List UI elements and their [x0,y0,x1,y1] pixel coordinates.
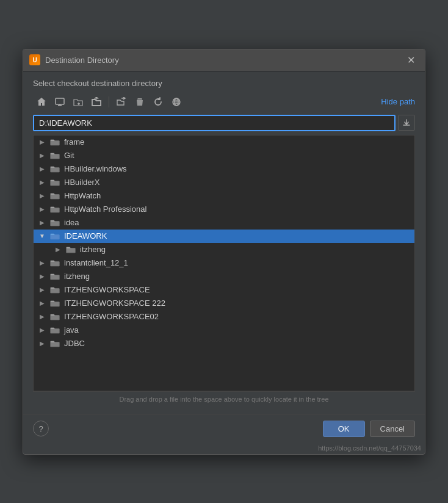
tree-item[interactable]: ▼ IDEAWORK [34,230,414,243]
folder-icon [66,245,77,254]
help-button[interactable]: ? [33,421,49,436]
close-button[interactable]: ✕ [403,53,419,67]
tree-item[interactable]: ▶ HttpWatch [34,189,414,203]
tree-item[interactable]: ▶ itzheng [34,243,414,256]
expand-arrow-icon: ▶ [37,258,47,268]
folder-icon [50,205,61,214]
tree-item-label: JDBC [64,339,411,348]
dialog-title: Destination Directory [45,56,119,65]
ok-button[interactable]: OK [323,421,365,437]
expand-arrow-icon: ▶ [37,164,47,174]
tree-item-label: Git [64,151,411,160]
watermark: https://blog.csdn.net/qq_44757034 [23,443,425,454]
folder-icon [50,178,61,187]
tree-item[interactable]: ▶ ITZHENGWORKSPACE02 [34,310,414,324]
expand-arrow-icon: ▶ [37,312,47,322]
folder-icon [50,151,61,160]
tree-item-label: HttpWatch Professional [64,204,411,214]
path-download-button[interactable] [398,115,415,131]
tree-item[interactable]: ▶ Git [34,149,414,162]
expand-arrow-icon: ▶ [37,178,47,187]
tree-item[interactable]: ▶ itzheng [34,270,414,283]
tree-item-label: frame [64,137,411,147]
tree-item[interactable]: ▶ instantclient_12_1 [34,256,414,270]
expand-arrow-icon: ▶ [37,191,47,201]
expand-arrow-icon: ▶ [37,325,47,335]
folder-icon [50,313,61,321]
svg-rect-0 [56,98,64,104]
folder-icon [50,259,61,267]
tree-item-label: ITZHENGWORKSPACE 222 [64,299,411,308]
folder-icon [50,232,61,241]
toolbar-separator [109,96,109,107]
destination-directory-dialog: U Destination Directory ✕ Select checkou… [23,49,425,455]
expand-arrow-icon: ▶ [37,204,47,214]
tree-item-label: itzheng [80,245,411,254]
expand-arrow-icon: ▶ [37,272,47,281]
toolbar-refresh-button[interactable] [150,94,167,110]
svg-rect-2 [59,104,61,106]
expand-arrow-icon: ▼ [37,231,47,241]
tree-item[interactable]: ▶ HttpWatch Professional [34,203,414,216]
tree-item[interactable]: ▶ frame [34,136,414,149]
tree-item[interactable]: ▶ HBuilderX [34,176,414,189]
toolbar-desktop-button[interactable] [51,94,68,110]
expand-arrow-icon: ▶ [37,285,47,295]
toolbar-move-button[interactable] [113,94,130,110]
tree-item-label: instantclient_12_1 [64,258,411,267]
folder-icon [50,138,61,147]
folder-icon [50,219,61,227]
toolbar-delete-button[interactable] [131,94,148,110]
tree-item[interactable]: ▶ HBuilder.windows [34,162,414,176]
folder-icon [50,272,61,281]
app-icon: U [29,54,40,65]
tree-item-label: java [64,325,411,335]
tree-item-label: ITZHENGWORKSPACE02 [64,312,411,321]
expand-arrow-icon: ▶ [37,137,47,147]
folder-icon [50,192,61,200]
tree-item-label: idea [64,218,411,227]
cancel-button[interactable]: Cancel [370,421,415,437]
toolbar-network-button[interactable] [168,94,185,110]
tree-item-label: HBuilderX [64,178,411,187]
tree-item-label: ITZHENGWORKSPACE [64,285,411,294]
toolbar-new-folder-button[interactable] [70,94,87,110]
tree-item[interactable]: ▶ ITZHENGWORKSPACE 222 [34,297,414,310]
folder-icon [50,339,61,348]
expand-arrow-icon: ▶ [37,339,47,349]
dialog-subtitle: Select checkout destination directory [33,79,415,88]
expand-arrow-icon: ▶ [37,151,47,161]
tree-item-label: HBuilder.windows [64,164,411,173]
expand-arrow-icon: ▶ [37,299,47,308]
dialog-footer: ? OK Cancel [23,414,425,443]
tree-container[interactable]: ▶ frame▶ Git▶ HBuilder.windows▶ HBuilder… [33,135,415,391]
tree-item-label: itzheng [64,272,411,281]
path-bar [33,115,415,131]
folder-icon [50,286,61,294]
path-input[interactable] [33,115,396,131]
footer-actions: OK Cancel [323,421,415,437]
title-bar: U Destination Directory ✕ [23,49,425,71]
tree-item-label: HttpWatch [64,191,411,200]
tree-item[interactable]: ▶ java [34,324,414,337]
toolbar-home-button[interactable] [33,94,50,110]
tree-item-label: IDEAWORK [64,231,411,241]
toolbar-buttons [33,94,185,110]
folder-icon [50,165,61,173]
dialog-body: Select checkout destination directory [23,71,425,414]
tree-item[interactable]: ▶ idea [34,216,414,230]
folder-icon [50,299,61,308]
tree-item[interactable]: ▶ JDBC [34,337,414,350]
toolbar: Hide path [33,94,415,110]
tree-item[interactable]: ▶ ITZHENGWORKSPACE [34,283,414,297]
title-bar-left: U Destination Directory [29,54,119,65]
folder-icon [50,326,61,335]
expand-arrow-icon: ▶ [37,218,47,228]
drag-hint: Drag and drop a file into the space abov… [33,391,415,407]
expand-arrow-icon: ▶ [53,245,63,255]
toolbar-up-button[interactable] [88,94,105,110]
hide-path-button[interactable]: Hide path [381,97,415,106]
